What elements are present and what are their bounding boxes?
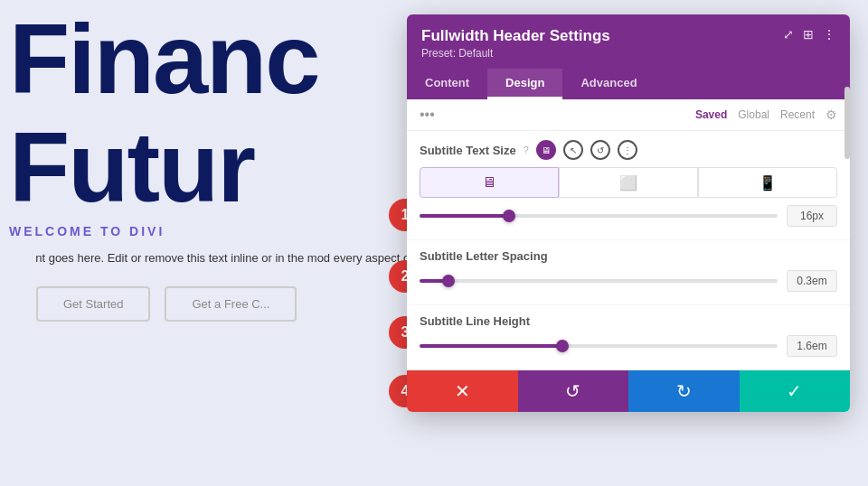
panel-header-icons: ⤢ ⊞ ⋮ [783,27,835,42]
subtitle-letter-spacing-value[interactable]: 0.3em [787,270,837,292]
get-free-button[interactable]: Get a Free C... [165,286,297,322]
panel-header-left: Fullwidth Header Settings Preset: Defaul… [421,27,610,60]
recent-button[interactable]: Recent [780,108,815,121]
tab-design[interactable]: Design [487,69,562,99]
panel-topbar-right: Saved Global Recent ⚙ [695,107,837,122]
subtitle-line-height-thumb [556,340,569,352]
panel-footer: ✕ ↺ ↻ ✓ [407,370,850,412]
saved-button[interactable]: Saved [695,108,727,121]
subtitle-letter-spacing-label-row: Subtitle Letter Spacing [420,249,837,263]
columns-icon[interactable]: ⊞ [803,27,814,42]
subtitle-letter-spacing-section: Subtitle Letter Spacing 0.3em [407,240,850,305]
panel-preset[interactable]: Preset: Default [421,47,610,60]
global-button[interactable]: Global [738,108,769,121]
tablet-device-btn[interactable]: ⬜ [559,167,698,198]
undo-button[interactable]: ↺ [518,370,629,412]
subtitle-text-size-fill [420,214,509,218]
panel-body: ••• Saved Global Recent ⚙ Subtitle Text … [407,99,850,370]
tab-advanced[interactable]: Advanced [562,69,655,99]
subtitle-line-height-label: Subtitle Line Height [420,314,530,328]
cancel-button[interactable]: ✕ [407,370,518,412]
panel-header: Fullwidth Header Settings Preset: Defaul… [407,14,850,69]
settings-panel: Fullwidth Header Settings Preset: Defaul… [407,14,850,412]
subtitle-text-size-track[interactable] [420,214,778,218]
subtitle-text-size-label: Subtitle Text Size [420,144,516,157]
subtitle-text-size-slider-row: 16px [420,205,837,227]
tab-content[interactable]: Content [407,69,487,99]
expand-icon[interactable]: ⤢ [783,27,794,42]
more-icon[interactable]: ⋮ [823,27,835,42]
panel-title: Fullwidth Header Settings [421,27,610,45]
subtitle-text-size-thumb [503,210,515,222]
subtitle-line-height-label-row: Subtitle Line Height [420,314,837,328]
subtitle-letter-spacing-thumb [442,275,455,287]
more-options-icon[interactable]: ⋮ [618,140,637,160]
subtitle-line-height-value[interactable]: 1.6em [787,335,837,357]
subtitle-line-height-section: Subtitle Line Height 1.6em [407,305,850,370]
desktop-device-btn[interactable]: 🖥 [420,167,559,198]
subtitle-text-size-section: Subtitle Text Size ? 🖥 ↖ ↺ ⋮ 🖥 ⬜ 📱 16px [407,131,850,240]
help-icon[interactable]: ? [524,145,529,155]
dots-icon[interactable]: ••• [420,107,435,123]
desktop-responsive-icon[interactable]: 🖥 [536,140,556,160]
subtitle-line-height-track[interactable] [420,344,778,348]
subtitle-letter-spacing-slider-row: 0.3em [420,270,837,292]
reset-icon[interactable]: ↺ [590,140,610,160]
redo-button[interactable]: ↻ [628,370,740,412]
subtitle-line-height-fill [420,344,562,348]
gear-icon[interactable]: ⚙ [826,107,837,122]
panel-scrollbar[interactable] [844,87,850,159]
subtitle-letter-spacing-track[interactable] [420,279,778,283]
panel-topbar: ••• Saved Global Recent ⚙ [407,99,850,131]
subtitle-line-height-slider-row: 1.6em [420,335,837,357]
save-button[interactable]: ✓ [740,370,851,412]
subtitle-letter-spacing-label: Subtitle Letter Spacing [420,249,548,263]
mobile-device-btn[interactable]: 📱 [698,167,837,198]
get-started-button[interactable]: Get Started [36,286,150,322]
subtitle-text-size-label-row: Subtitle Text Size ? 🖥 ↖ ↺ ⋮ [420,140,837,160]
cursor-icon[interactable]: ↖ [563,140,583,160]
subtitle-text-size-value[interactable]: 16px [787,205,837,227]
panel-tabs: Content Design Advanced [407,69,850,99]
device-row: 🖥 ⬜ 📱 [420,167,837,198]
